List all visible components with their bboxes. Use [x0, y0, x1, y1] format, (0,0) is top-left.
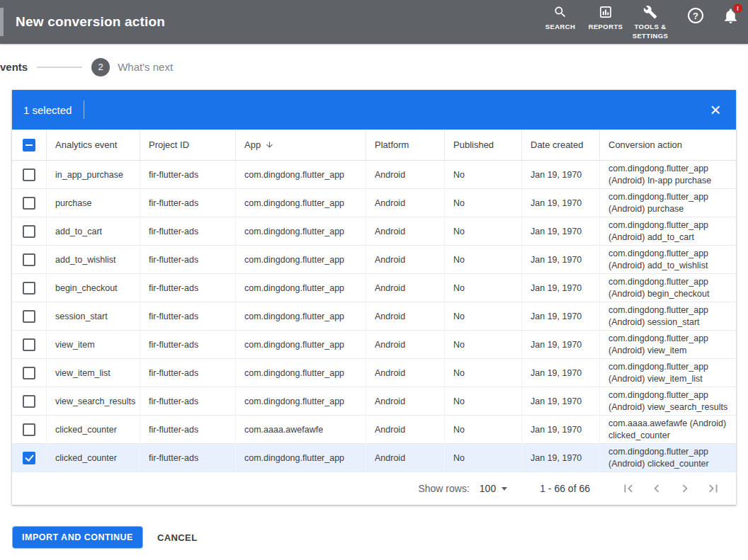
column-header-date-created[interactable]: Date created: [521, 130, 599, 160]
cell-conversion-action: com.dingdong.flutter_app (Android) click…: [599, 444, 736, 472]
cell-text: in_app_purchase: [55, 170, 123, 180]
cell-project-id: fir-flutter-ads: [140, 416, 235, 443]
table-row[interactable]: purchasefir-flutter-adscom.dingdong.flut…: [12, 189, 736, 217]
cell-app: com.dingdong.flutter_app: [235, 359, 366, 387]
cell-analytics-event: purchase: [46, 189, 140, 217]
top-app-bar: New conversion action SEARCH REPORTS TOO…: [0, 0, 748, 44]
last-page-button[interactable]: [705, 480, 722, 497]
tools-settings-nav-button[interactable]: TOOLS & SETTINGS: [628, 4, 672, 40]
column-header-project-id[interactable]: Project ID: [140, 130, 235, 160]
wrench-icon: [643, 5, 657, 19]
cell-date-created: Jan 19, 1970: [521, 161, 599, 188]
row-checkbox[interactable]: [23, 253, 35, 266]
table-row[interactable]: in_app_purchasefir-flutter-adscom.dingdo…: [12, 161, 736, 189]
import-and-continue-button[interactable]: IMPORT AND CONTINUE: [12, 526, 143, 549]
cell-date-created: Jan 19, 1970: [521, 217, 599, 245]
cell-date-created: Jan 19, 1970: [521, 189, 599, 217]
table-row[interactable]: view_item_listfir-flutter-adscom.dingdon…: [12, 359, 736, 387]
cell-conversion-action: com.aaaa.awefawfe (Android) clicked_coun…: [599, 416, 736, 443]
cancel-button[interactable]: CANCEL: [157, 532, 198, 543]
table-row[interactable]: clicked_counterfir-flutter-adscom.aaaa.a…: [12, 416, 736, 444]
table-row[interactable]: session_startfir-flutter-adscom.dingdong…: [12, 302, 736, 331]
table-row[interactable]: add_to_wishlistfir-flutter-adscom.dingdo…: [12, 246, 736, 274]
cell-platform: Android: [366, 302, 444, 330]
selection-bar-divider: [84, 101, 84, 119]
cell-text: com.dingdong.flutter_app: [244, 227, 344, 236]
first-page-icon: [620, 481, 636, 496]
cell-text: com.dingdong.flutter_app (Android) view_…: [608, 361, 732, 384]
cell-text: Jan 19, 1970: [531, 368, 582, 378]
pager: [614, 480, 727, 497]
reports-icon: [599, 5, 613, 19]
table-row[interactable]: begin_checkoutfir-flutter-adscom.dingdon…: [12, 274, 736, 302]
column-header-app[interactable]: App: [235, 130, 366, 160]
row-checkbox[interactable]: [23, 197, 35, 210]
cell-text: Jan 19, 1970: [531, 255, 582, 265]
cell-text: com.dingdong.flutter_app: [244, 283, 344, 293]
cell-app: com.dingdong.flutter_app: [235, 161, 366, 188]
cell-text: com.dingdong.flutter_app (Android) purch…: [608, 191, 732, 215]
column-header-platform[interactable]: Platform: [366, 130, 444, 160]
cell-platform: Android: [366, 416, 444, 443]
cell-text: fir-flutter-ads: [149, 283, 198, 293]
cell-text: view_item_list: [55, 368, 110, 378]
row-checkbox[interactable]: [23, 395, 35, 408]
next-page-button[interactable]: [676, 480, 693, 497]
cell-project-id: fir-flutter-ads: [140, 302, 235, 330]
search-label: SEARCH: [545, 23, 576, 31]
cell-analytics-event: view_item_list: [46, 359, 140, 387]
cell-platform: Android: [366, 161, 444, 188]
select-all-checkbox[interactable]: [23, 139, 35, 152]
row-checkbox-cell: [12, 189, 46, 217]
cell-text: Android: [375, 198, 405, 208]
reports-nav-button[interactable]: REPORTS: [583, 4, 628, 31]
row-checkbox[interactable]: [23, 282, 35, 295]
cell-text: Android: [375, 255, 405, 265]
cell-text: No: [453, 340, 465, 350]
column-header-conversion-action[interactable]: Conversion action: [599, 130, 736, 160]
cell-text: purchase: [55, 198, 91, 208]
cell-analytics-event: clicked_counter: [46, 416, 140, 443]
row-checkbox-cell: [12, 444, 46, 472]
step2-circle: 2: [91, 58, 110, 76]
row-checkbox[interactable]: [23, 367, 35, 379]
row-checkbox[interactable]: [23, 423, 35, 436]
cell-published: No: [444, 246, 521, 273]
table-row[interactable]: view_search_resultsfir-flutter-adscom.di…: [12, 387, 736, 416]
cell-project-id: fir-flutter-ads: [140, 161, 235, 188]
cell-text: com.aaaa.awefawfe: [244, 425, 323, 435]
cell-analytics-event: add_to_wishlist: [46, 246, 140, 273]
first-page-button[interactable]: [620, 480, 637, 497]
close-icon[interactable]: ×: [705, 101, 726, 119]
show-rows-label: Show rows:: [418, 483, 469, 494]
column-header-published[interactable]: Published: [444, 130, 521, 160]
row-checkbox[interactable]: [23, 225, 35, 238]
show-rows-select[interactable]: 100: [480, 483, 507, 494]
table-row[interactable]: add_to_cartfir-flutter-adscom.dingdong.f…: [12, 217, 736, 246]
row-checkbox[interactable]: [23, 452, 35, 464]
cell-analytics-event: session_start: [46, 302, 140, 330]
column-header-label: Date created: [531, 139, 583, 150]
cell-text: clicked_counter: [55, 453, 117, 463]
notifications-button[interactable]: !: [722, 7, 740, 25]
table-row[interactable]: view_itemfir-flutter-adscom.dingdong.flu…: [12, 331, 736, 359]
column-header-analytics-event[interactable]: Analytics event: [46, 130, 140, 160]
help-button[interactable]: ?: [688, 8, 703, 23]
step2-label: What's next: [118, 61, 173, 73]
prev-page-button[interactable]: [648, 480, 665, 497]
row-checkbox[interactable]: [23, 338, 35, 351]
cell-text: com.dingdong.flutter_app: [244, 170, 344, 180]
cell-text: fir-flutter-ads: [149, 396, 198, 406]
cell-app: com.dingdong.flutter_app: [235, 444, 366, 472]
row-checkbox[interactable]: [23, 310, 35, 323]
table-row[interactable]: clicked_counterfir-flutter-adscom.dingdo…: [12, 444, 736, 472]
cell-text: fir-flutter-ads: [149, 425, 198, 435]
cell-text: com.dingdong.flutter_app (Android) In-ap…: [608, 163, 732, 186]
step-connector-line: [37, 67, 82, 68]
search-nav-button[interactable]: SEARCH: [538, 4, 583, 31]
column-header-label: Platform: [375, 139, 409, 150]
row-checkbox[interactable]: [23, 168, 35, 181]
cell-text: No: [453, 312, 465, 321]
cell-platform: Android: [366, 246, 444, 273]
cell-text: Android: [375, 227, 405, 236]
